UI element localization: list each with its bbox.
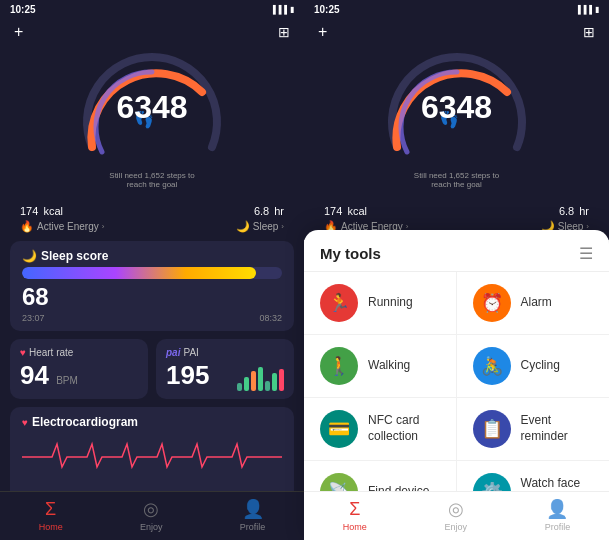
sleep-unit-left: hr [274,205,284,217]
enjoy-icon-left: ◎ [143,498,159,520]
energy-value-left: 174 kcal [20,199,104,220]
running-icon-circle: 🏃 [320,284,358,322]
tool-cycling[interactable]: 🚴 Cycling [457,335,610,398]
nav-enjoy-right[interactable]: ◎ Enjoy [444,498,467,532]
energy-chevron-left: › [102,222,105,231]
sleep-stat-right: 6.8 hr 🌙 Sleep › [541,199,589,233]
steps-area-right: 👣 6348 Still need 1,652 steps to reach t… [304,43,609,195]
bottom-nav-right: Σ Home ◎ Enjoy 👤 Profile [304,491,609,540]
pai-bar-2 [244,377,249,391]
pai-bar-4 [258,367,263,391]
panel-header-left: + ⊞ [0,19,304,43]
pai-bar-3 [251,371,256,391]
running-icon: 🏃 [328,292,350,314]
ecg-title-left: ♥ Electrocardiogram [22,415,282,429]
panel-header-right: + ⊞ [304,19,609,43]
tool-find[interactable]: 📡 Find device [304,461,457,491]
walking-icon-circle: 🚶 [320,347,358,385]
steps-area-left: 👣 6348 Still need 1,652 steps to reach t… [0,43,304,195]
nav-profile-right[interactable]: 👤 Profile [545,498,571,532]
sleep-bar-fill-left [22,267,256,279]
sleep-chevron-left: › [281,222,284,231]
energy-stat-left: 174 kcal 🔥 Active Energy › [20,199,104,233]
nav-enjoy-left[interactable]: ◎ Enjoy [140,498,163,532]
steps-count-right: 6348 [421,91,492,123]
tool-find-label: Find device [368,484,429,491]
home-icon-left: Σ [45,499,56,520]
nav-enjoy-label-left: Enjoy [140,522,163,532]
tool-event[interactable]: 📋 Event reminder [457,398,610,461]
watchface-icon: ⚙️ [481,481,503,491]
energy-label-left: Active Energy [37,221,99,232]
tool-watchface[interactable]: ⚙️ Watch face settings [457,461,610,491]
status-time-left: 10:25 [10,4,36,15]
tool-watchface-label: Watch face settings [521,476,594,491]
profile-icon-right: 👤 [546,498,568,520]
cycling-icon: 🚴 [481,355,503,377]
steps-count-left: 6348 [116,91,187,123]
pai-card-left: pai PAI 195 [156,339,294,399]
pai-content-left: 195 [166,358,284,391]
heart-card-left: ♥ Heart rate 94 BPM [10,339,148,399]
bottom-nav-left: Σ Home ◎ Enjoy 👤 Profile [0,491,304,540]
right-content: 10:25 ▐▐▐ ▮ + ⊞ 👣 6348 [304,0,609,540]
battery-icon: ▮ [290,5,294,14]
sleep-bar-left [22,267,282,279]
tool-nfc-label: NFC card collection [368,413,440,444]
sleep-label-left: Sleep [253,221,279,232]
battery-icon-right: ▮ [595,5,599,14]
pai-bar-5 [265,381,270,391]
status-icons-left: ▐▐▐ ▮ [270,5,294,14]
heart-unit-left: BPM [56,375,78,386]
grid-button-right[interactable]: ⊞ [583,24,595,40]
heart-value-left: 94 BPM [20,360,138,391]
enjoy-icon-right: ◎ [448,498,464,520]
stats-row-left: 174 kcal 🔥 Active Energy › 6.8 hr 🌙 Slee… [0,195,304,237]
moon-icon-sleep-left: 🌙 [22,249,37,263]
steps-sub-left: Still need 1,652 steps to reach the goal [102,171,202,189]
steps-center-left: 6348 [116,91,187,123]
status-icons-right: ▐▐▐ ▮ [575,5,599,14]
sleep-start-left: 23:07 [22,313,45,323]
tools-menu-icon[interactable]: ☰ [579,244,593,263]
tool-walking-label: Walking [368,358,410,374]
add-button-right[interactable]: + [318,23,327,41]
pai-bar-1 [237,383,242,391]
steps-center-right: 6348 [421,91,492,123]
pai-title-left: pai PAI [166,347,284,358]
nav-profile-left[interactable]: 👤 Profile [240,498,266,532]
steps-sub-right: Still need 1,652 steps to reach the goal [407,171,507,189]
nav-profile-label-right: Profile [545,522,571,532]
tool-alarm[interactable]: ⏰ Alarm [457,272,610,335]
nav-home-right[interactable]: Σ Home [343,499,367,532]
alarm-icon: ⏰ [481,292,503,314]
moon-icon-left: 🌙 [236,220,250,233]
sleep-value-right: 6.8 hr [541,199,589,220]
heart-title-left: ♥ Heart rate [20,347,138,358]
pai-value-left: 195 [166,360,209,391]
nav-home-left[interactable]: Σ Home [39,499,63,532]
energy-stat-right: 174 kcal 🔥 Active Energy › [324,199,408,233]
sleep-times-left: 23:07 08:32 [22,313,282,323]
status-bar-right: 10:25 ▐▐▐ ▮ [304,0,609,19]
sleep-score-row-left: 68 [22,283,282,311]
tool-running[interactable]: 🏃 Running [304,272,457,335]
energy-value-right: 174 kcal [324,199,408,220]
sleep-card-left: 🌙 Sleep score 68 23:07 08:32 [10,241,294,331]
add-button-left[interactable]: + [14,23,23,41]
tools-grid: 🏃 Running ⏰ Alarm 🚶 Walking [304,272,609,491]
sleep-score-left: 68 [22,283,49,311]
sleep-value-left: 6.8 hr [236,199,284,220]
sleep-label-row-left[interactable]: 🌙 Sleep › [236,220,284,233]
signal-icon: ▐▐▐ [270,5,287,14]
profile-icon-left: 👤 [242,498,264,520]
tool-walking[interactable]: 🚶 Walking [304,335,457,398]
grid-button-left[interactable]: ⊞ [278,24,290,40]
find-icon-circle: 📡 [320,473,358,491]
nav-home-label-right: Home [343,522,367,532]
energy-label-row-left[interactable]: 🔥 Active Energy › [20,220,104,233]
status-time-right: 10:25 [314,4,340,15]
fire-icon-left: 🔥 [20,220,34,233]
tool-nfc[interactable]: 💳 NFC card collection [304,398,457,461]
tools-title: My tools [320,245,381,262]
